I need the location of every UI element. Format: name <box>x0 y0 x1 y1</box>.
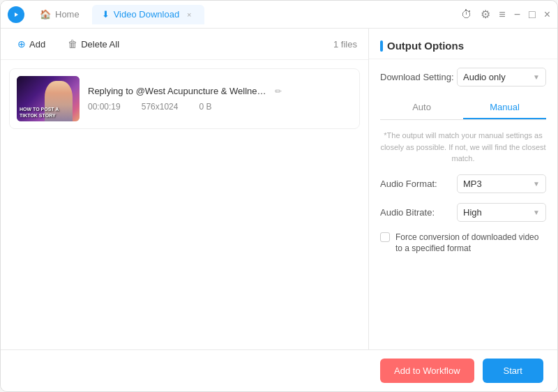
output-options-title: Output Options <box>387 40 464 52</box>
download-setting-select[interactable]: Audio only ▼ <box>457 68 546 86</box>
delete-label: Delete All <box>81 39 119 50</box>
add-label: Add <box>29 39 45 50</box>
delete-all-button[interactable]: 🗑 Delete All <box>62 36 125 52</box>
output-content: Download Setting: Audio only ▼ Auto Manu… <box>369 59 557 349</box>
history-icon[interactable]: ⏱ <box>461 8 472 21</box>
toolbar: ⊕ Add 🗑 Delete All 1 files <box>1 29 368 60</box>
audio-format-label: Audio Format: <box>380 179 457 189</box>
left-panel: ⊕ Add 🗑 Delete All 1 files HOW TO POST A… <box>1 29 369 349</box>
audio-format-row: Audio Format: MP3 ▼ <box>380 174 546 193</box>
video-resolution: 576x1024 <box>142 102 179 112</box>
chevron-down-icon: ▼ <box>533 209 540 216</box>
download-tab[interactable]: ⬇ Video Download × <box>92 5 204 24</box>
video-title-row: Replying to @West Acupuncture & Wellness… <box>88 86 352 96</box>
add-to-workflow-button[interactable]: Add to Workflow <box>380 359 474 383</box>
video-size: 0 B <box>199 102 211 112</box>
video-thumbnail: HOW TO POST A TIKTOK STORY <box>17 76 80 121</box>
tabs-row: Auto Manual <box>380 96 546 120</box>
video-duration: 00:00:19 <box>88 102 121 112</box>
video-title-text: Replying to @West Acupuncture & Wellness… <box>88 86 269 96</box>
minimize-icon[interactable]: − <box>514 8 520 21</box>
home-tab[interactable]: 🏠 Home <box>30 5 89 24</box>
chevron-down-icon: ▼ <box>533 73 540 81</box>
force-conversion-label: Force conversion of downloaded video to … <box>395 232 546 255</box>
add-icon: ⊕ <box>17 38 26 50</box>
download-tab-label: Video Download <box>114 9 179 20</box>
home-tab-label: Home <box>55 9 80 20</box>
chevron-down-icon: ▼ <box>533 180 540 188</box>
download-setting-value: Audio only <box>463 72 506 82</box>
app-logo <box>8 6 24 23</box>
bottom-bar: Add to Workflow Start <box>1 349 557 391</box>
audio-format-select[interactable]: MP3 ▼ <box>457 174 546 193</box>
force-conversion-checkbox[interactable] <box>380 232 390 242</box>
video-meta: 00:00:19 576x1024 0 B <box>88 102 352 112</box>
audio-bitrate-value: High <box>463 207 482 218</box>
thumbnail-text-line1: HOW TO POST A <box>20 107 77 112</box>
trash-icon: 🗑 <box>68 38 77 50</box>
tabs-container: 🏠 Home ⬇ Video Download × <box>30 5 461 24</box>
maximize-icon[interactable]: □ <box>529 8 536 21</box>
hint-text: *The output will match your manual setti… <box>380 130 546 165</box>
tab-auto[interactable]: Auto <box>380 96 463 119</box>
window-close-icon[interactable]: × <box>544 8 550 21</box>
audio-bitrate-row: Audio Bitrate: High ▼ <box>380 203 546 222</box>
title-bar: 🏠 Home ⬇ Video Download × ⏱ ⚙ ≡ − □ × <box>1 1 557 29</box>
right-panel: Output Options Download Setting: Audio o… <box>369 29 557 349</box>
download-setting-row: Download Setting: Audio only ▼ <box>380 68 546 86</box>
audio-bitrate-select[interactable]: High ▼ <box>457 203 546 222</box>
video-info: Replying to @West Acupuncture & Wellness… <box>88 86 352 112</box>
window-controls: ⏱ ⚙ ≡ − □ × <box>461 8 550 21</box>
download-setting-label: Download Setting: <box>380 72 457 82</box>
thumbnail-text-line2: TIKTOK STORY <box>20 113 77 119</box>
download-icon: ⬇ <box>102 9 110 20</box>
audio-format-value: MP3 <box>463 179 482 189</box>
main-content: ⊕ Add 🗑 Delete All 1 files HOW TO POST A… <box>1 29 557 349</box>
file-count: 1 files <box>333 39 357 50</box>
menu-icon[interactable]: ≡ <box>499 8 505 21</box>
start-button[interactable]: Start <box>483 359 543 383</box>
home-icon: 🏠 <box>40 9 51 20</box>
add-button[interactable]: ⊕ Add <box>12 36 51 52</box>
tab-manual[interactable]: Manual <box>463 96 546 119</box>
edit-icon[interactable]: ✏ <box>275 86 282 96</box>
force-conversion-row: Force conversion of downloaded video to … <box>380 232 546 255</box>
table-row: HOW TO POST A TIKTOK STORY Replying to @… <box>9 68 360 129</box>
tab-close-button[interactable]: × <box>183 9 195 20</box>
audio-bitrate-label: Audio Bitrate: <box>380 207 457 218</box>
output-options-header: Output Options <box>369 29 557 59</box>
video-list: HOW TO POST A TIKTOK STORY Replying to @… <box>1 60 368 349</box>
settings-icon[interactable]: ⚙ <box>481 8 490 21</box>
